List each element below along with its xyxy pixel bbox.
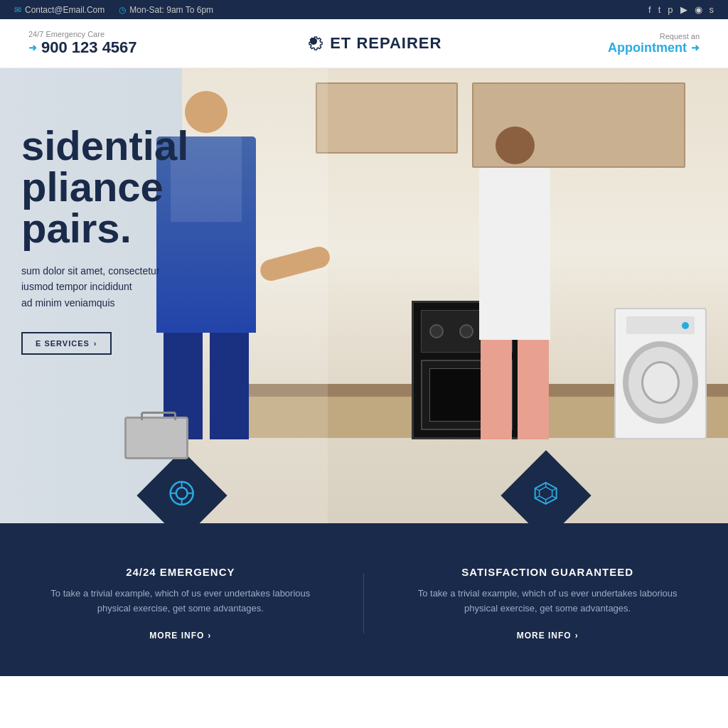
services-button[interactable]: E SERVICES › [21,332,112,355]
feature-desc-emergency: To take a trivial example, which of us e… [46,587,316,616]
top-bar-left: ✉ Contact@Email.Com ◷ Mon-Sat: 9am To 6p… [14,5,213,15]
skype-icon[interactable]: s [710,4,714,15]
emergency-label: 24/7 Emergency Care [28,30,105,38]
youtube-icon[interactable]: ▶ [680,4,687,15]
hero-section: sidential pliance pairs. sum dolor sit a… [0,68,728,523]
instagram-icon[interactable]: ◉ [695,4,702,15]
header-appointment-block: Request an Appointment ➜ [608,32,700,55]
services-arrow-icon: › [94,339,97,348]
feature-link-arrow-1: › [208,631,211,641]
appointment-arrow-icon: ➜ [691,42,700,53]
feature-link-emergency[interactable]: MORE INFO › [149,631,211,641]
site-logo[interactable]: ET REPAIRER [303,31,441,57]
mail-icon: ✉ [14,5,21,15]
hours-info: ◷ Mon-Sat: 9am To 6pm [119,5,213,15]
feature-desc-satisfaction: To take a trivial example, which of us e… [412,587,682,616]
cabinet-top-left [316,82,458,154]
feature-title-emergency: 24/24 EMERGENCY [126,566,235,578]
email-text: Contact@Email.Com [25,5,105,15]
phone-number[interactable]: ➜ 900 123 4567 [28,38,137,57]
header-phone-block: 24/7 Emergency Care ➜ 900 123 4567 [28,30,137,57]
hero-subtitle: sum dolor sit amet, consectetur iusmod t… [21,263,188,311]
gear-icon [303,31,324,57]
customer-figure [472,127,557,439]
feature-card-satisfaction: SATISFACTION GUARANTEED To take a trivia… [412,566,682,641]
appointment-label: Request an [660,32,700,41]
logo-text: ET REPAIRER [330,34,441,53]
appointment-link[interactable]: Appointment ➜ [608,41,700,55]
feature-link-satisfaction[interactable]: MORE INFO › [517,631,579,641]
top-bar: ✉ Contact@Email.Com ◷ Mon-Sat: 9am To 6p… [0,0,728,19]
pinterest-icon[interactable]: p [668,4,673,15]
top-bar-right: f t p ▶ ◉ s [648,4,714,15]
feature-card-emergency: 24/24 EMERGENCY To take a trivial exampl… [46,566,316,641]
washer-appliance [614,308,707,439]
hero-title: sidential pliance pairs. [21,125,188,249]
toolbox [124,417,188,459]
twitter-icon[interactable]: t [658,4,661,15]
features-section: 24/24 EMERGENCY To take a trivial exampl… [0,523,728,676]
feature-divider [363,573,364,633]
hero-text-block: sidential pliance pairs. sum dolor sit a… [0,104,210,376]
hours-text: Mon-Sat: 9am To 6pm [129,5,213,15]
site-header: 24/7 Emergency Care ➜ 900 123 4567 ET RE… [0,19,728,68]
feature-link-arrow-2: › [575,631,579,641]
phone-arrow-icon: ➜ [28,42,37,53]
washer-panel [626,316,695,334]
clock-icon: ◷ [119,5,126,15]
email-info: ✉ Contact@Email.Com [14,5,105,15]
facebook-icon[interactable]: f [648,4,651,15]
feature-title-satisfaction: SATISFACTION GUARANTEED [461,566,633,578]
washer-door-circle [623,341,698,424]
